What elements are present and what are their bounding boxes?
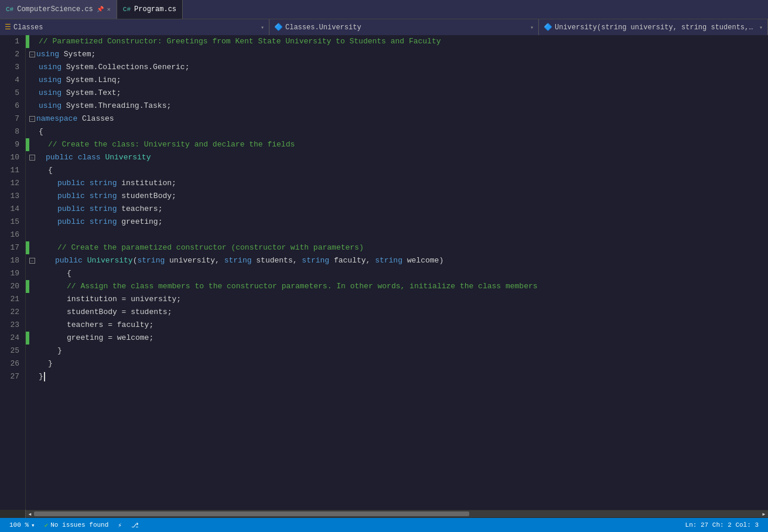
intellicode-btn[interactable]: ⚡ [113, 518, 127, 532]
code-line-19: { [29, 267, 768, 280]
line-num-23: 23 [3, 319, 19, 332]
line-num-14: 14 [3, 203, 19, 216]
line-num-18: 18 [3, 254, 19, 267]
git-icon[interactable]: ⎇ [127, 518, 144, 532]
issues-indicator[interactable]: ✔ No issues found [40, 518, 114, 532]
horizontal-scrollbar[interactable]: ◀ ▶ [0, 510, 768, 518]
nav-classes-university-dropdown[interactable]: 🔷 Classes.University ▾ [269, 19, 539, 35]
code-line-13: public string studentBody; [29, 190, 768, 203]
code-line-26: } [29, 357, 768, 370]
nav-method-icon: 🔷 [544, 23, 552, 32]
code-line-17: // Create the parametized constructor (c… [29, 241, 768, 254]
nav-classes-chevron: ▾ [261, 24, 264, 31]
zoom-label: 100 % [9, 521, 29, 528]
tab-computerscience[interactable]: C# ComputerScience.cs 📌 ✕ [0, 0, 117, 19]
line-num-19: 19 [3, 267, 19, 280]
code-line-1: // Parametized Constructor: Greetings fr… [29, 35, 768, 48]
scrollbar-corner-left [0, 510, 26, 518]
line-num-24: 24 [3, 332, 19, 345]
tab-program[interactable]: C# Program.cs [117, 0, 183, 19]
scrollbar-thumb[interactable] [34, 511, 469, 516]
code-line-22: studentBody = students; [29, 306, 768, 319]
line-num-15: 15 [3, 216, 19, 229]
intellicode-icon: ⚡ [118, 521, 122, 529]
line-num-20: 20 [3, 280, 19, 293]
tab-pin-icon: 📌 [97, 6, 104, 13]
line-numbers: 1 2 3 4 5 6 7 8 9 10 11 12 13 14 15 16 1… [0, 35, 26, 510]
line-num-21: 21 [3, 293, 19, 306]
code-line-21: institution = university; [29, 293, 768, 306]
code-line-12: public string institution; [29, 177, 768, 190]
code-line-15: public string greeting; [29, 216, 768, 229]
line-num-8: 8 [3, 125, 19, 138]
title-bar: C# ComputerScience.cs 📌 ✕ C# Program.cs [0, 0, 768, 19]
line-num-26: 26 [3, 357, 19, 370]
nav-classes-dropdown[interactable]: ☰ Classes ▾ [0, 19, 269, 35]
code-line-5: using System.Text; [29, 87, 768, 100]
cs-file-icon2: C# [123, 6, 131, 13]
line-num-11: 11 [3, 164, 19, 177]
line-num-5: 5 [3, 87, 19, 100]
nav-method-label: University(string university, string stu… [555, 23, 757, 32]
nav-bar: ☰ Classes ▾ 🔷 Classes.University ▾ 🔷 Uni… [0, 19, 768, 35]
tab-label-computerscience: ComputerScience.cs [17, 5, 93, 13]
code-line-9: // Create the class: University and decl… [29, 138, 768, 151]
zoom-control[interactable]: 100 % ▾ [5, 518, 40, 532]
code-editor[interactable]: // Parametized Constructor: Greetings fr… [29, 35, 768, 510]
cs-file-icon: C# [6, 6, 13, 13]
nav-classes-university-icon: 🔷 [274, 23, 283, 32]
line-num-7: 7 [3, 112, 19, 125]
code-line-8: { [29, 125, 768, 138]
tab-close-computerscience[interactable]: ✕ [107, 6, 111, 13]
code-line-24: greeting = welcome; [29, 332, 768, 345]
code-line-16 [29, 229, 768, 241]
code-line-23: teachers = faculty; [29, 319, 768, 332]
line-num-12: 12 [3, 177, 19, 190]
code-line-3: using System.Collections.Generic; [29, 61, 768, 74]
line-num-1: 1 [3, 35, 19, 48]
line-num-9: 9 [3, 138, 19, 151]
line-num-22: 22 [3, 306, 19, 319]
code-line-25: } [29, 345, 768, 357]
nav-method-dropdown[interactable]: 🔷 University(string university, string s… [539, 19, 768, 35]
nav-classes-label: Classes [13, 23, 43, 32]
line-num-2: 2 [3, 48, 19, 61]
code-line-10: − public class University [29, 151, 768, 164]
status-bar: 100 % ▾ ✔ No issues found ⚡ ⎇ Ln: 27 Ch:… [0, 518, 768, 532]
nav-classes-university-label: Classes.University [285, 23, 361, 32]
line-num-3: 3 [3, 61, 19, 74]
line-num-6: 6 [3, 100, 19, 112]
nav-method-chevron: ▾ [759, 24, 763, 31]
zoom-chevron: ▾ [31, 521, 35, 529]
code-line-27: } [29, 370, 768, 383]
issues-check-icon: ✔ [45, 521, 49, 529]
code-line-14: public string teachers; [29, 203, 768, 216]
scroll-left-btn[interactable]: ◀ [26, 510, 34, 517]
line-num-27: 27 [3, 370, 19, 383]
scroll-right-btn[interactable]: ▶ [760, 510, 768, 517]
code-line-2: − using System; [29, 48, 768, 61]
nav-classes-icon: ☰ [5, 23, 11, 32]
line-num-16: 16 [3, 229, 19, 241]
code-line-18: − public University(string university, s… [29, 254, 768, 267]
scrollbar-track[interactable] [34, 510, 760, 517]
line-num-4: 4 [3, 74, 19, 87]
line-num-13: 13 [3, 190, 19, 203]
git-branch-icon: ⎇ [131, 521, 139, 529]
cursor-position: Ln: 27 Ch: 2 Col: 3 [681, 518, 763, 532]
code-line-7: − namespace Classes [29, 112, 768, 125]
line-num-25: 25 [3, 345, 19, 357]
line-num-10: 10 [3, 151, 19, 164]
cursor-info: Ln: 27 Ch: 2 Col: 3 [685, 521, 759, 528]
code-line-11: { [29, 164, 768, 177]
code-line-20: // Assign the class members to the const… [29, 280, 768, 293]
editor-area: 1 2 3 4 5 6 7 8 9 10 11 12 13 14 15 16 1… [0, 35, 768, 510]
tab-label-program: Program.cs [134, 5, 176, 13]
code-line-6: using System.Threading.Tasks; [29, 100, 768, 112]
nav-classes-university-chevron: ▾ [530, 24, 534, 31]
code-line-4: using System.Linq; [29, 74, 768, 87]
issues-label: No issues found [50, 521, 108, 528]
line-num-17: 17 [3, 241, 19, 254]
